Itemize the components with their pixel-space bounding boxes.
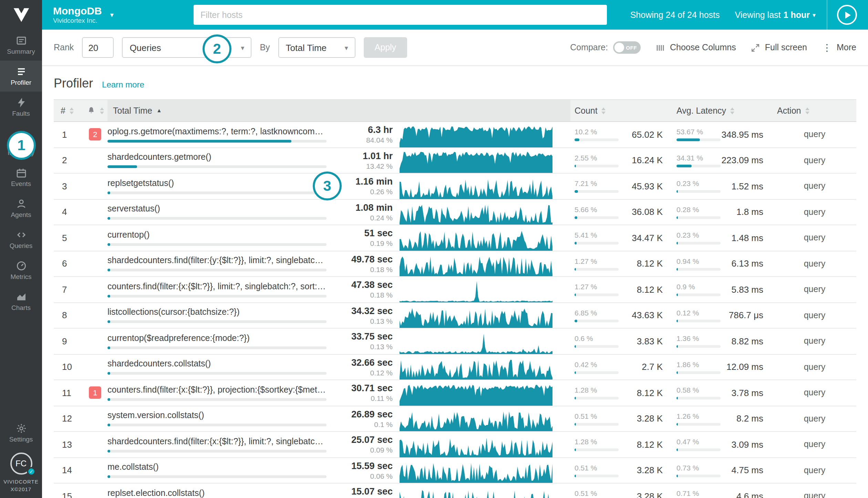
query-name[interactable]: system.version.collstats() xyxy=(107,411,327,421)
action-header-label: Action xyxy=(777,106,801,115)
alert-badge[interactable]: 1 xyxy=(89,387,101,399)
query-name[interactable]: serverstatus() xyxy=(107,204,327,214)
metric-select[interactable]: Queries ▾ xyxy=(122,37,251,58)
query-name[interactable]: me.collstats() xyxy=(107,463,327,472)
total-time-value: 15.07 sec xyxy=(351,487,393,497)
sidebar-item-metrics[interactable]: Metrics xyxy=(0,255,42,286)
row-alert-cell xyxy=(83,484,107,498)
action-link[interactable]: query xyxy=(804,233,826,243)
action-link[interactable]: query xyxy=(804,362,826,372)
query-name[interactable]: shardedcounters.find(filter:{y:{$lt:?}},… xyxy=(107,256,327,266)
query-name[interactable]: listcollections(cursor:{batchsize:?}) xyxy=(107,308,327,317)
sidebar-item-faults[interactable]: Faults xyxy=(0,92,42,123)
latency-percent: 34.31 % xyxy=(676,154,721,162)
action-link[interactable]: query xyxy=(804,414,826,424)
query-name[interactable]: currentop($readpreference:{mode:?}) xyxy=(107,333,327,343)
more-button[interactable]: ⋮ More xyxy=(822,43,856,52)
order-by-select[interactable]: Total Time ▾ xyxy=(278,37,355,58)
rank-input[interactable] xyxy=(82,37,114,58)
query-name[interactable]: shardedcounters.find(filter:{x:{$lt:?}},… xyxy=(107,437,327,446)
query-name[interactable]: shardedcounters.getmore() xyxy=(107,153,327,162)
choose-columns-button[interactable]: Choose Columns xyxy=(656,43,736,52)
query-name[interactable]: shardedcounters.collstats() xyxy=(107,359,327,369)
table-row: 14 me.collstats() 15.59 sec 0.06 % 0.51 … xyxy=(54,458,856,484)
count-percent: 1.27 % xyxy=(575,283,619,291)
latency-value: 1.52 ms xyxy=(732,181,764,191)
row-alert-cell xyxy=(83,251,107,276)
latency-share-fill xyxy=(676,397,678,400)
compare-toggle[interactable]: OFF xyxy=(613,41,641,54)
count-share: 1.28 % xyxy=(575,438,619,452)
latency-value: 3.09 ms xyxy=(732,439,764,450)
time-share-bar xyxy=(107,450,327,453)
latency-share: 0.73 % xyxy=(676,464,721,477)
action-link[interactable]: query xyxy=(804,466,826,475)
sparkline xyxy=(400,303,570,328)
count-cell: 1.27 % 8.12 K xyxy=(570,277,672,302)
learn-more-link[interactable]: Learn more xyxy=(102,80,144,90)
column-header-avg-latency[interactable]: Avg. Latency xyxy=(672,100,773,121)
action-link[interactable]: query xyxy=(804,285,826,294)
alert-badge[interactable]: 2 xyxy=(89,128,101,141)
filter-hosts-input[interactable] xyxy=(194,5,607,25)
query-name[interactable]: currentop() xyxy=(107,230,327,240)
action-link[interactable]: query xyxy=(804,491,826,498)
query-name-cell: shardedcounters.getmore() xyxy=(107,148,336,173)
sidebar-item-summary[interactable]: Summary xyxy=(0,30,42,61)
action-link[interactable]: query xyxy=(804,130,826,139)
action-cell: query xyxy=(773,380,856,405)
full-screen-button[interactable]: Full screen xyxy=(751,43,807,52)
column-header-count[interactable]: Count xyxy=(570,100,672,121)
action-link[interactable]: query xyxy=(804,207,826,217)
column-header-rank[interactable]: # xyxy=(54,100,83,121)
total-time-cell: 1.01 hr 13.42 % xyxy=(336,148,400,173)
vividcortex-logo[interactable] xyxy=(0,0,42,30)
column-header-total-time[interactable]: Total Time ▲ xyxy=(107,100,570,121)
environment-switcher[interactable]: MongoDB Vividcortex Inc. ▾ xyxy=(53,5,184,24)
action-link[interactable]: query xyxy=(804,156,826,165)
total-time-cell: 51 sec 0.19 % xyxy=(336,225,400,250)
action-link[interactable]: query xyxy=(804,440,826,449)
action-link[interactable]: query xyxy=(804,181,826,191)
table-row: 13 shardedcounters.find(filter:{x:{$lt:?… xyxy=(54,432,856,458)
latency-share: 0.58 % xyxy=(676,386,721,400)
query-name[interactable]: oplog.rs.getmore(maxtimems:?, term:?, la… xyxy=(107,127,327,136)
time-share-bar-fill xyxy=(107,476,110,478)
latency-share: 0.12 % xyxy=(676,309,721,322)
query-name[interactable]: replsetgetstatus() xyxy=(107,178,327,188)
action-link[interactable]: query xyxy=(804,259,826,269)
query-name[interactable]: replset.election.collstats() xyxy=(107,488,327,498)
column-header-action[interactable]: Action xyxy=(773,100,856,121)
sidebar-item-agents[interactable]: Agents xyxy=(0,193,42,224)
column-header-alerts[interactable] xyxy=(83,100,107,121)
count-percent: 2.55 % xyxy=(575,154,619,162)
count-percent: 6.85 % xyxy=(575,309,619,317)
action-link[interactable]: query xyxy=(804,388,826,398)
sidebar-item-profiler[interactable]: Profiler xyxy=(0,61,42,92)
count-cell: 0.42 % 2.7 K xyxy=(570,354,672,380)
query-name[interactable]: counters.find(filter:{x:{$lt:?}}, projec… xyxy=(107,385,327,395)
page-title: Profiler xyxy=(54,76,93,91)
apply-button[interactable]: Apply xyxy=(364,37,407,58)
sidebar-item-queries[interactable]: Queries xyxy=(0,224,42,255)
count-share-bar xyxy=(575,475,619,477)
total-time-percent: 0.26 % xyxy=(370,188,393,196)
total-time-value: 1.16 min xyxy=(355,177,393,187)
sidebar-item-charts[interactable]: Charts xyxy=(0,286,42,317)
sparkline xyxy=(400,380,570,405)
query-name[interactable]: counters.find(filter:{x:{$lt:?}}, limit:… xyxy=(107,282,327,291)
action-link[interactable]: query xyxy=(804,311,826,320)
sidebar-item-events[interactable]: Events xyxy=(0,162,42,193)
query-name-cell: shardedcounters.collstats() xyxy=(107,354,336,380)
latency-cell: 0.23 % 1.48 ms xyxy=(672,225,773,250)
sidebar-group-divider xyxy=(0,123,42,131)
action-link[interactable]: query xyxy=(804,336,826,346)
latency-share: 0.94 % xyxy=(676,257,721,271)
viewing-label: Viewing last xyxy=(735,10,781,20)
latency-share: 34.31 % xyxy=(676,154,721,167)
sidebar-item-settings[interactable]: Settings xyxy=(0,417,42,448)
time-range-selector[interactable]: Viewing last 1 hour ▾ xyxy=(735,10,816,20)
play-button[interactable] xyxy=(837,5,857,25)
count-share: 7.21 % xyxy=(575,179,619,193)
latency-cell: 1.86 % 12.09 ms xyxy=(672,354,773,380)
